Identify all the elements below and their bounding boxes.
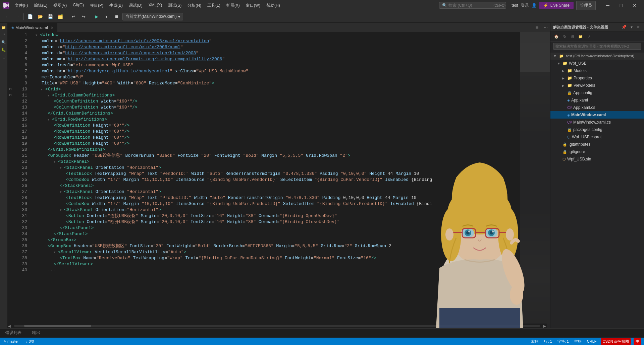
- csdn-link[interactable]: CSDN @鱼摆图: [601, 338, 631, 345]
- panel-close-icon[interactable]: ✕: [635, 24, 641, 30]
- sidebar-debug-icon[interactable]: 🐛: [0, 46, 7, 53]
- menu-analyze[interactable]: 分析(N): [185, 1, 204, 10]
- toolbar-open[interactable]: 📂: [36, 12, 45, 21]
- panel-collapse-icon[interactable]: ⊟: [569, 33, 576, 40]
- sidebar-ext-icon[interactable]: ⊞: [0, 54, 7, 60]
- menu-help[interactable]: 帮助(H): [264, 1, 283, 10]
- folder-icon: 📁: [562, 61, 568, 66]
- toolbar-undo[interactable]: ↩: [69, 12, 78, 21]
- folder-expand-arrow[interactable]: ▶: [562, 69, 566, 73]
- tree-item-gitignore[interactable]: ▶ 🔒 .gitignore: [550, 148, 644, 155]
- menu-tools[interactable]: 工具(L): [205, 1, 223, 10]
- bottom-tab-errors[interactable]: 错误列表: [0, 329, 27, 338]
- tree-item-properties[interactable]: ▶ 📁 Properties: [550, 74, 644, 82]
- scrollbar-thumb[interactable]: [24, 325, 91, 327]
- tree-item-viewmodels[interactable]: ▶ 📁 ViewModels: [550, 82, 644, 89]
- scrollbar-track[interactable]: [14, 325, 540, 327]
- root-arrow[interactable]: ▼: [553, 54, 557, 58]
- menu-xml[interactable]: XML(X): [146, 1, 165, 10]
- indent-type[interactable]: 空格: [573, 339, 583, 344]
- tree-item-app-xaml-cs[interactable]: ▶ C# App.xaml.cs: [550, 104, 644, 111]
- tree-item-app-xaml[interactable]: ▶ ◈ App.xaml: [550, 96, 644, 104]
- toolbar-new[interactable]: 📄: [26, 12, 35, 21]
- search-input[interactable]: [448, 3, 492, 8]
- panel-refresh-icon[interactable]: ↻: [561, 33, 568, 40]
- panel-new-folder-icon[interactable]: 📁: [577, 33, 584, 40]
- toolbar-save[interactable]: 💾: [46, 12, 55, 21]
- menu-git[interactable]: Git(G): [70, 1, 87, 10]
- fold-col[interactable]: ▼: [48, 94, 49, 97]
- sidebar-search-icon[interactable]: 🔍: [0, 39, 7, 46]
- fold-icon-11[interactable]: ⊟: [7, 92, 13, 98]
- folder-expand-arrow[interactable]: ▶: [562, 76, 566, 80]
- toolbar-forward[interactable]: →: [13, 12, 21, 21]
- fold-icon-10[interactable]: ⊟: [7, 86, 13, 92]
- cursor-line[interactable]: 行: 1: [543, 339, 553, 344]
- tree-item-gitattributes[interactable]: ▶ 🔒 .gitattributes: [550, 141, 644, 148]
- menu-debug[interactable]: 调试(D): [126, 1, 145, 10]
- menu-view[interactable]: 视图(V): [51, 1, 69, 10]
- minimize-button[interactable]: ─: [601, 0, 614, 11]
- admin-button[interactable]: 管理员: [576, 1, 596, 10]
- menu-extensions[interactable]: 扩展(X): [224, 1, 243, 10]
- cursor-col[interactable]: 字符: 1: [556, 339, 570, 344]
- line-ending[interactable]: CRLF: [586, 339, 598, 343]
- toolbar-run-alt[interactable]: ⏵: [102, 12, 111, 21]
- tree-item-wpf-usb[interactable]: ▼ 📁 Wpf_USB: [550, 60, 644, 67]
- toolbar-redo[interactable]: ↪: [79, 12, 88, 21]
- menu-file[interactable]: 文件(F): [12, 1, 31, 10]
- code-line: <ComboBox Width="177" Margin="10,10,5,10…: [36, 201, 515, 207]
- sidebar-git-icon[interactable]: ⑂: [0, 31, 7, 38]
- fold-grid[interactable]: ▼: [41, 88, 43, 91]
- scroll-left-icon[interactable]: ◀: [7, 324, 11, 329]
- toolbar-back[interactable]: ←: [3, 12, 11, 21]
- code-line: <Button Content="连接USB设备" Margin="20,0,1…: [36, 213, 515, 219]
- panel-chevron-icon[interactable]: ▾: [629, 24, 634, 30]
- tab-more-btn[interactable]: ⋯: [541, 23, 550, 32]
- git-changes[interactable]: ↑↓ 0/0: [23, 339, 35, 343]
- current-doc-button[interactable]: 当前文档(MainWindow.xaml) ▾: [122, 13, 183, 20]
- fold-window[interactable]: ▼: [36, 34, 37, 37]
- tree-item-app-config[interactable]: ▶ 🔒 App.config: [550, 89, 644, 96]
- toolbar-run[interactable]: ▶: [92, 12, 101, 21]
- tree-item-models[interactable]: ▶ 📁 Models: [550, 67, 644, 74]
- panel-open-icon[interactable]: ↗: [585, 33, 592, 40]
- tree-item-sln[interactable]: ▶ ⬡ Wpf_USB.sln: [550, 155, 644, 163]
- git-icon: ⑂: [4, 339, 6, 343]
- tree-item-csproj[interactable]: ▶ ⬡ Wpf_USB.csproj: [550, 133, 644, 141]
- code-editor[interactable]: ⊟ ⊟ 12345 678910 1112131415 1617181920 2…: [7, 32, 550, 328]
- title-search[interactable]: 🔍 (Ctrl+Q): [439, 2, 506, 9]
- liveshare-button[interactable]: ⚡ Live Share: [539, 2, 574, 9]
- sidebar-explorer-icon[interactable]: 📁: [0, 24, 7, 31]
- folder-expand-arrow[interactable]: ▼: [557, 62, 561, 65]
- menu-edit[interactable]: 编辑(E): [31, 1, 50, 10]
- tab-close-icon[interactable]: ✕: [51, 26, 53, 29]
- minimap[interactable]: [520, 32, 550, 328]
- tree-item-mainwindow-xaml[interactable]: ▶ ◈ MainWindow.xaml: [550, 111, 644, 119]
- tab-mainwindow-xaml[interactable]: ◈ MainWindow.xaml ✕: [7, 23, 58, 32]
- folder-expand-arrow[interactable]: ▶: [562, 84, 566, 87]
- tree-item-mainwindow-cs[interactable]: ▶ C# MainWindow.xaml.cs: [550, 119, 644, 126]
- bottom-tab-output[interactable]: 输出: [27, 329, 46, 338]
- horizontal-scrollbar[interactable]: ◀ ▶: [7, 324, 547, 328]
- toolbar-saveall[interactable]: 🗂️: [56, 12, 65, 21]
- panel-search-input[interactable]: [553, 43, 641, 50]
- tree-item-packages-config[interactable]: ▶ 🔒 packages.config: [550, 126, 644, 133]
- code-content[interactable]: ▼ <Window xmlns="http://schemas.microsof…: [30, 32, 520, 328]
- git-branch[interactable]: ⑂ master: [3, 339, 20, 343]
- menu-window[interactable]: 窗口(W): [243, 1, 263, 10]
- panel-pin-icon[interactable]: 📌: [620, 24, 628, 30]
- user-icon: 👤: [532, 3, 537, 8]
- toolbar-stop[interactable]: ⏹: [112, 12, 121, 21]
- maximize-button[interactable]: □: [614, 0, 628, 11]
- panel-home-icon[interactable]: 🏠: [553, 33, 560, 40]
- menu-build[interactable]: 生成(B): [107, 1, 125, 10]
- branch-name: master: [7, 339, 19, 343]
- scroll-right-icon[interactable]: ▶: [543, 324, 547, 329]
- menu-project[interactable]: 项目(P): [87, 1, 106, 10]
- tab-split-btn[interactable]: ⊟: [533, 23, 541, 32]
- file-icon-cs2: C#: [567, 120, 572, 124]
- menu-test[interactable]: 测试(S): [165, 1, 184, 10]
- login-button[interactable]: 登录: [521, 3, 529, 8]
- close-button[interactable]: ✕: [628, 0, 641, 11]
